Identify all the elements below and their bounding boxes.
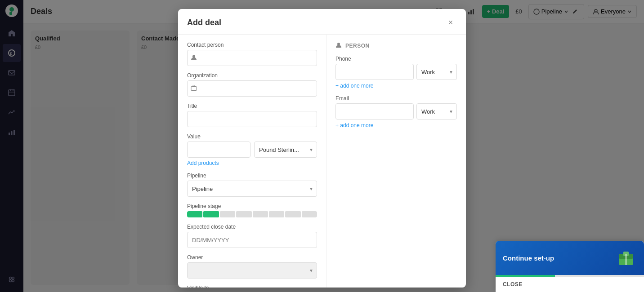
person-section-label: PERSON bbox=[345, 43, 370, 49]
add-deal-modal: Add deal × Contact person bbox=[178, 9, 466, 288]
stage-4[interactable] bbox=[236, 211, 251, 217]
modal-body: Contact person Organization bbox=[178, 35, 466, 288]
phone-type-wrap: Work ▼ bbox=[416, 64, 457, 80]
stage-1[interactable] bbox=[187, 211, 202, 217]
person-icon bbox=[191, 54, 197, 62]
person-section-header: PERSON bbox=[335, 42, 457, 49]
owner-select[interactable] bbox=[187, 262, 317, 279]
organization-label: Organization bbox=[187, 72, 317, 79]
contact-person-group: Contact person bbox=[187, 42, 317, 66]
email-input[interactable] bbox=[335, 103, 414, 119]
phone-group: Phone Work ▼ + add one more bbox=[335, 56, 457, 89]
stage-8[interactable] bbox=[302, 211, 317, 217]
phone-label: Phone bbox=[335, 56, 457, 62]
modal-right-panel: PERSON Phone Work ▼ bbox=[326, 35, 466, 288]
stage-5[interactable] bbox=[253, 211, 268, 217]
visible-to-label: Visible to bbox=[187, 285, 317, 288]
title-input[interactable] bbox=[187, 111, 317, 127]
setup-footer: CLOSE bbox=[496, 277, 644, 292]
pipeline-stage-bar[interactable] bbox=[187, 211, 317, 217]
close-date-group: Expected close date bbox=[187, 224, 317, 248]
owner-label: Owner bbox=[187, 254, 317, 261]
setup-header: Continue set-up bbox=[496, 241, 644, 275]
value-row: Pound Sterlin... ▼ bbox=[187, 142, 317, 158]
owner-select-wrap: ▼ bbox=[187, 262, 317, 279]
modal-header: Add deal × bbox=[178, 9, 466, 35]
pipeline-select-wrap: Pipeline ▼ bbox=[187, 181, 317, 197]
email-row: Work ▼ bbox=[335, 103, 457, 119]
email-input-wrap bbox=[335, 103, 414, 119]
visible-to-group: Visible to Owner's visibility group ▼ bbox=[187, 285, 317, 288]
currency-select-wrap: Pound Sterlin... ▼ bbox=[254, 142, 317, 158]
value-input[interactable] bbox=[187, 142, 250, 158]
email-type-select[interactable]: Work bbox=[416, 103, 457, 119]
pipeline-stage-group: Pipeline stage bbox=[187, 203, 317, 217]
phone-type-select[interactable]: Work bbox=[416, 64, 457, 80]
value-group: Value Pound Sterlin... ▼ Add products bbox=[187, 133, 317, 166]
add-email-link[interactable]: + add one more bbox=[335, 122, 457, 128]
contact-person-label: Contact person bbox=[187, 42, 317, 48]
pipeline-select[interactable]: Pipeline bbox=[187, 181, 317, 197]
close-date-label: Expected close date bbox=[187, 224, 317, 230]
setup-box-icon bbox=[615, 247, 637, 269]
stage-7[interactable] bbox=[285, 211, 300, 217]
phone-input-wrap bbox=[335, 64, 414, 80]
org-icon bbox=[191, 85, 197, 93]
organization-group: Organization bbox=[187, 72, 317, 97]
organization-input[interactable] bbox=[187, 80, 317, 97]
title-label: Title bbox=[187, 103, 317, 109]
contact-person-input-wrap bbox=[187, 50, 317, 66]
setup-title: Continue set-up bbox=[503, 254, 554, 262]
stage-2[interactable] bbox=[203, 211, 219, 217]
phone-input[interactable] bbox=[335, 64, 414, 80]
organization-input-wrap bbox=[187, 80, 317, 97]
person-section-icon bbox=[335, 42, 342, 49]
close-date-input[interactable] bbox=[187, 232, 317, 248]
setup-panel: Continue set-up CLOSE bbox=[496, 241, 644, 292]
contact-person-input[interactable] bbox=[187, 50, 317, 66]
email-group: Email Work ▼ + add one more bbox=[335, 95, 457, 128]
modal-close-button[interactable]: × bbox=[444, 16, 457, 29]
pipeline-group: Pipeline Pipeline ▼ bbox=[187, 173, 317, 197]
stage-3[interactable] bbox=[220, 211, 235, 217]
add-phone-link[interactable]: + add one more bbox=[335, 83, 457, 89]
email-type-wrap: Work ▼ bbox=[416, 103, 457, 119]
modal-left-panel: Contact person Organization bbox=[178, 35, 326, 288]
email-label: Email bbox=[335, 95, 457, 102]
stage-6[interactable] bbox=[269, 211, 284, 217]
phone-row: Work ▼ bbox=[335, 64, 457, 80]
add-products-link[interactable]: Add products bbox=[187, 160, 219, 166]
currency-select[interactable]: Pound Sterlin... bbox=[254, 142, 317, 158]
owner-group: Owner ▼ bbox=[187, 254, 317, 279]
modal-title: Add deal bbox=[187, 18, 221, 27]
value-label: Value bbox=[187, 133, 317, 140]
setup-close-button[interactable]: CLOSE bbox=[503, 281, 523, 288]
pipeline-stage-label: Pipeline stage bbox=[187, 203, 317, 209]
title-group: Title bbox=[187, 103, 317, 127]
pipeline-field-label: Pipeline bbox=[187, 173, 317, 179]
